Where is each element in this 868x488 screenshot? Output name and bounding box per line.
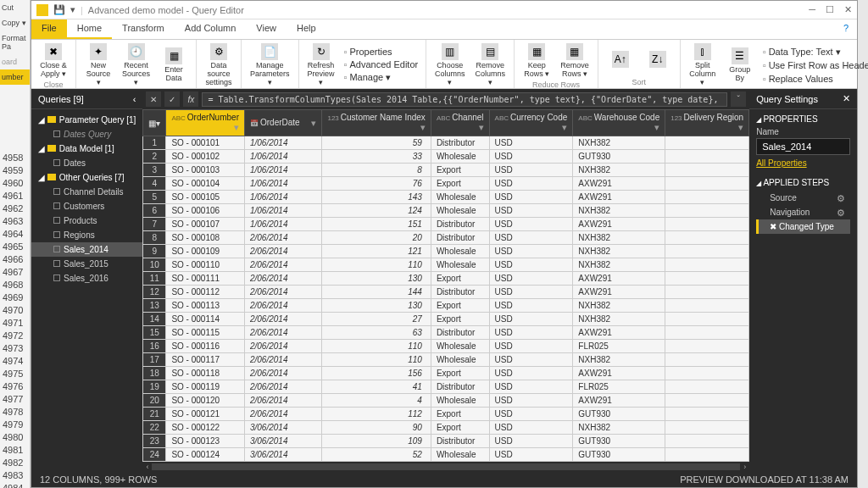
formula-commit-button[interactable]: ✓ xyxy=(164,92,180,107)
cell[interactable]: AXW291 xyxy=(573,367,665,380)
cell[interactable]: NXH382 xyxy=(573,136,665,150)
cell[interactable]: SO - 000117 xyxy=(166,353,245,367)
qat-dropdown-icon[interactable]: ▾ xyxy=(70,4,75,15)
horizontal-scrollbar[interactable]: ‹ › xyxy=(142,462,749,472)
query-item[interactable]: Sales_2015 xyxy=(31,257,142,271)
row-number[interactable]: 10 xyxy=(143,258,166,272)
data-source-settings-button[interactable]: ⚙Data source settings xyxy=(202,42,236,89)
keep-rows-button[interactable]: ▦Keep Rows ▾ xyxy=(520,42,554,80)
cell[interactable] xyxy=(665,408,749,421)
cell[interactable] xyxy=(665,258,749,272)
table-row[interactable]: 10SO - 0001102/06/2014110WholesaleUSDNXH… xyxy=(143,258,749,272)
cell[interactable]: 2/06/2014 xyxy=(244,353,322,367)
cell[interactable]: USD xyxy=(489,367,573,380)
cell[interactable]: USD xyxy=(489,272,573,286)
cell[interactable]: USD xyxy=(489,258,573,272)
cell[interactable]: SO - 000105 xyxy=(166,191,245,204)
gear-icon[interactable]: ⚙ xyxy=(837,208,845,219)
cell[interactable]: Wholesale xyxy=(431,258,489,272)
cell[interactable]: Distributor xyxy=(431,380,489,394)
sort-asc-button[interactable]: A↑ xyxy=(604,42,637,78)
row-number[interactable]: 12 xyxy=(143,286,166,299)
cell[interactable]: FLR025 xyxy=(573,380,665,394)
cell[interactable]: 2/06/2014 xyxy=(244,231,322,245)
cell[interactable]: USD xyxy=(489,177,573,191)
table-row[interactable]: 21SO - 0001212/06/2014112ExportUSDGUT930 xyxy=(143,408,749,421)
cell[interactable]: 3/06/2014 xyxy=(244,421,322,435)
cell[interactable]: 52 xyxy=(322,448,431,462)
properties-button[interactable]: Properties xyxy=(342,46,421,58)
cell[interactable]: 151 xyxy=(322,218,431,231)
row-number[interactable]: 14 xyxy=(143,313,166,326)
cell[interactable] xyxy=(665,150,749,164)
row-number[interactable]: 13 xyxy=(143,299,166,313)
cell[interactable]: 2/06/2014 xyxy=(244,380,322,394)
cell[interactable]: 2/06/2014 xyxy=(244,299,322,313)
applied-step[interactable]: ✖ Changed Type xyxy=(756,219,850,234)
cell[interactable]: 1/06/2014 xyxy=(244,164,322,177)
cell[interactable]: SO - 000107 xyxy=(166,218,245,231)
cell[interactable]: NXH382 xyxy=(573,421,665,435)
cell[interactable] xyxy=(665,326,749,340)
cell[interactable]: NXH382 xyxy=(573,353,665,367)
cell[interactable]: 124 xyxy=(322,204,431,218)
table-row[interactable]: 14SO - 0001142/06/201427ExportUSDNXH382 xyxy=(143,313,749,326)
scroll-right-icon[interactable]: › xyxy=(743,463,746,471)
row-number[interactable]: 21 xyxy=(143,408,166,421)
data-grid[interactable]: ▦▾ABCOrderNumber▾📅OrderDate▾123Customer … xyxy=(142,109,749,462)
table-row[interactable]: 23SO - 0001233/06/2014109DistributorUSDG… xyxy=(143,435,749,448)
cell[interactable]: USD xyxy=(489,299,573,313)
table-row[interactable]: 5SO - 0001051/06/2014143WholesaleUSDAXW2… xyxy=(143,191,749,204)
cell[interactable]: Export xyxy=(431,313,489,326)
cell[interactable]: Export xyxy=(431,367,489,380)
cell[interactable]: GUT930 xyxy=(573,435,665,448)
cell[interactable]: 2/06/2014 xyxy=(244,272,322,286)
cell[interactable]: AXW291 xyxy=(573,394,665,408)
cell[interactable]: SO - 000111 xyxy=(166,272,245,286)
properties-section[interactable]: PROPERTIES xyxy=(756,114,850,124)
cell[interactable]: Export xyxy=(431,408,489,421)
table-row[interactable]: 6SO - 0001061/06/2014124WholesaleUSDNXH3… xyxy=(143,204,749,218)
manage-button[interactable]: Manage ▾ xyxy=(342,71,421,84)
cell[interactable]: USD xyxy=(489,204,573,218)
cell[interactable] xyxy=(665,136,749,150)
cell[interactable]: SO - 000123 xyxy=(166,435,245,448)
tab-view[interactable]: View xyxy=(246,19,287,39)
cell[interactable]: NXH382 xyxy=(573,313,665,326)
cell[interactable]: USD xyxy=(489,136,573,150)
table-row[interactable]: 1SO - 0001011/06/201459DistributorUSDNXH… xyxy=(143,136,749,150)
cell[interactable]: NXH382 xyxy=(573,164,665,177)
table-row[interactable]: 17SO - 0001172/06/2014110WholesaleUSDNXH… xyxy=(143,353,749,367)
cell[interactable]: SO - 000114 xyxy=(166,313,245,326)
row-number[interactable]: 7 xyxy=(143,218,166,231)
cell[interactable]: 1/06/2014 xyxy=(244,204,322,218)
table-row[interactable]: 22SO - 0001223/06/201490ExportUSDNXH382 xyxy=(143,421,749,435)
cell[interactable]: NXH382 xyxy=(573,258,665,272)
cell[interactable]: SO - 000110 xyxy=(166,258,245,272)
cell[interactable] xyxy=(665,435,749,448)
tab-file[interactable]: File xyxy=(31,19,67,39)
cell[interactable]: SO - 000119 xyxy=(166,380,245,394)
row-number[interactable]: 16 xyxy=(143,340,166,353)
cell[interactable]: SO - 000118 xyxy=(166,367,245,380)
query-group[interactable]: ◢ Other Queries [7] xyxy=(31,170,142,185)
table-row[interactable]: 15SO - 0001152/06/201463DistributorUSDAX… xyxy=(143,326,749,340)
cell[interactable]: SO - 000116 xyxy=(166,340,245,353)
cell[interactable]: 2/06/2014 xyxy=(244,408,322,421)
cell[interactable]: GUT930 xyxy=(573,448,665,462)
table-row[interactable]: 4SO - 0001041/06/201476ExportUSDAXW291 xyxy=(143,177,749,191)
close-window-button[interactable]: ✕ xyxy=(844,4,852,15)
cell[interactable]: USD xyxy=(489,150,573,164)
query-item[interactable]: Sales_2016 xyxy=(31,271,142,286)
cell[interactable]: FLR025 xyxy=(573,340,665,353)
recent-sources-button[interactable]: 🕘Recent Sources ▾ xyxy=(119,42,153,89)
cell[interactable]: USD xyxy=(489,380,573,394)
cell[interactable]: SO - 000106 xyxy=(166,204,245,218)
cell[interactable]: Wholesale xyxy=(431,150,489,164)
cell[interactable]: SO - 000112 xyxy=(166,286,245,299)
cell[interactable]: Distributor xyxy=(431,231,489,245)
cell[interactable]: 63 xyxy=(322,326,431,340)
manage-parameters-button[interactable]: 📄Manage Parameters ▾ xyxy=(247,42,293,89)
collapse-queries-icon[interactable]: ‹ xyxy=(133,94,136,104)
cell[interactable]: SO - 000121 xyxy=(166,408,245,421)
